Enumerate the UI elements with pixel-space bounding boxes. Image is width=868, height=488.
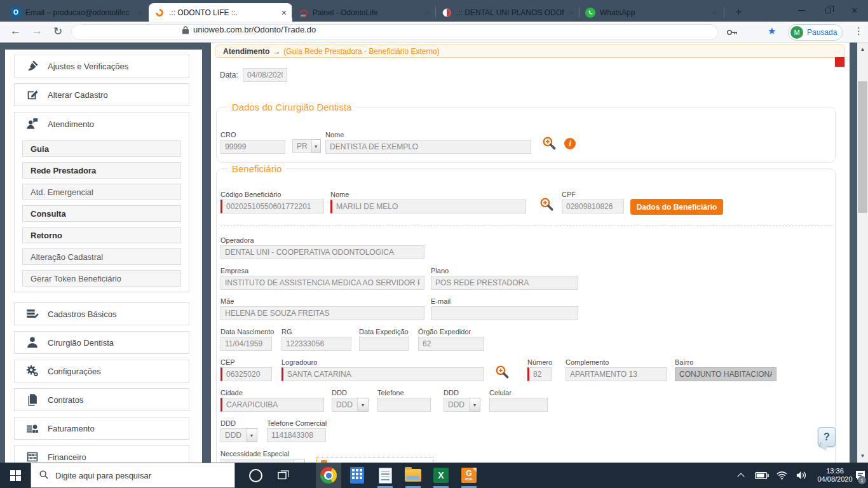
sidebar-item-financeiro[interactable]: Financeiro xyxy=(14,445,189,463)
profile-chip[interactable]: M Pausada xyxy=(788,24,843,41)
telefone-input[interactable] xyxy=(377,398,431,412)
tab-odontolife-active[interactable]: .:: ODONTO LIFE ::. × xyxy=(149,3,292,22)
chevron-down-icon[interactable]: ▼ xyxy=(247,428,257,442)
codigo-input[interactable] xyxy=(220,200,324,214)
numero-input[interactable] xyxy=(527,367,552,381)
nascimento-input[interactable] xyxy=(220,337,272,351)
reload-icon[interactable]: ↻ xyxy=(53,25,62,38)
search-zoom-icon[interactable] xyxy=(541,135,557,151)
scrollbar-thumb[interactable] xyxy=(858,81,867,213)
window-restore-button[interactable] xyxy=(815,0,841,21)
bairro-input[interactable] xyxy=(675,367,776,381)
chrome-menu-icon[interactable]: ⋮ xyxy=(854,25,864,37)
tab-close-icon[interactable]: × xyxy=(712,8,717,17)
cortana-button[interactable] xyxy=(243,463,268,488)
necessidade-focused-option[interactable] xyxy=(316,457,433,463)
bookmark-star-icon[interactable]: ★ xyxy=(768,25,776,37)
tray-expand-button[interactable] xyxy=(732,463,750,488)
beneficiary-name-input[interactable] xyxy=(330,200,526,214)
search-zoom-icon[interactable] xyxy=(494,364,510,380)
taskbar-search[interactable]: Digite aqui para pesquisar xyxy=(31,463,235,488)
tab-email[interactable]: O Email – producao@odontolifec × xyxy=(5,3,149,22)
plano-input[interactable] xyxy=(431,276,578,290)
back-icon[interactable]: ← xyxy=(10,25,21,37)
ddd-select[interactable]: DDD▼ xyxy=(444,398,480,412)
help-button[interactable]: ? xyxy=(818,427,836,447)
sidebar-item-retorno[interactable]: Retorno xyxy=(22,227,181,243)
new-tab-button[interactable]: + xyxy=(729,3,747,21)
tab-close-icon[interactable]: × xyxy=(281,8,287,17)
dados-beneficiario-button[interactable]: Dados do Beneficiário xyxy=(630,199,723,215)
search-zoom-icon[interactable] xyxy=(539,196,555,212)
padlock-icon[interactable] xyxy=(182,25,189,37)
chevron-down-icon[interactable]: ▼ xyxy=(358,398,369,412)
logradouro-input[interactable] xyxy=(281,367,484,381)
taskbar-explorer[interactable] xyxy=(400,463,426,488)
uf-select[interactable]: PR▼ xyxy=(292,139,321,153)
celular-input[interactable] xyxy=(489,398,548,412)
cpf-input[interactable] xyxy=(562,200,624,214)
sidebar-item-guia[interactable]: Guia xyxy=(22,140,181,157)
sidebar-item-faturamento[interactable]: Faturamento xyxy=(14,417,189,440)
sidebar-item-alterar-cadastro[interactable]: Alterar Cadastro xyxy=(14,83,189,106)
vertical-scrollbar[interactable]: ▲ ▼ xyxy=(857,43,868,463)
cep-field: CEP xyxy=(220,358,272,381)
window-minimize-button[interactable] xyxy=(788,0,815,21)
tab-close-icon[interactable]: × xyxy=(138,8,143,17)
taskbar-chrome[interactable] xyxy=(316,463,341,488)
scroll-up-icon[interactable]: ▲ xyxy=(857,44,868,55)
email-input[interactable] xyxy=(431,306,578,320)
battery-status[interactable] xyxy=(752,463,771,488)
orgao-input[interactable] xyxy=(418,337,484,351)
taskbar-excel[interactable]: X xyxy=(428,463,454,488)
sidebar-item-atendimento[interactable]: Atendimento xyxy=(15,112,189,135)
sidebar-item-cirurgiao-dentista[interactable]: Cirurgião Dentista xyxy=(14,331,189,354)
scroll-down-icon[interactable]: ▼ xyxy=(857,451,868,461)
telefone-comercial-input[interactable] xyxy=(267,428,326,442)
info-icon[interactable]: i xyxy=(564,138,576,149)
tab-whatsapp[interactable]: WhatsApp × xyxy=(580,3,723,22)
sidebar-item-atd-emergencial[interactable]: Atd. Emergencial xyxy=(22,184,181,200)
sidebar-item-gerar-token[interactable]: Gerar Token Beneficiário xyxy=(22,270,181,287)
ddd-select[interactable]: DDD▼ xyxy=(332,398,369,412)
sidebar-item-contratos[interactable]: Contratos xyxy=(14,388,189,411)
wifi-status[interactable] xyxy=(773,463,790,488)
sidebar-item-ajustes[interactable]: Ajustes e Verificações xyxy=(14,55,189,78)
ddd-select[interactable]: DDD▼ xyxy=(220,428,257,442)
action-center-button[interactable] xyxy=(853,463,868,488)
tab-dentaluni[interactable]: .:: DENTAL UNI PLANOS ODON × xyxy=(436,3,580,22)
cep-input[interactable] xyxy=(220,367,272,381)
sidebar-item-cadastros-basicos[interactable]: Cadastros Básicos xyxy=(14,302,189,325)
tab-close-icon[interactable]: × xyxy=(569,8,574,17)
chevron-down-icon[interactable]: ▼ xyxy=(470,398,480,412)
chevron-down-icon[interactable]: ▼ xyxy=(312,139,321,153)
date-input[interactable] xyxy=(243,68,287,82)
taskbar-pdf-app[interactable]: GPDF xyxy=(456,463,482,488)
sidebar-item-consulta[interactable]: Consulta xyxy=(22,205,181,222)
taskbar-notepad[interactable] xyxy=(372,463,398,488)
address-bar[interactable] xyxy=(71,24,718,40)
forward-icon[interactable]: → xyxy=(32,25,43,37)
sidebar-item-alteracao-cadastral[interactable]: Alteração Cadastral xyxy=(22,248,181,265)
rg-input[interactable] xyxy=(281,337,351,351)
start-button[interactable] xyxy=(0,463,31,488)
sidebar-item-configuracoes[interactable]: Configurações xyxy=(14,360,189,383)
volume-status[interactable] xyxy=(792,463,811,488)
taskbar-clock[interactable]: 13:36 04/08/2020 xyxy=(815,463,855,488)
password-key-icon[interactable] xyxy=(726,26,738,41)
mae-input[interactable] xyxy=(220,306,424,320)
tab-painel[interactable]: Painel - OdontoLife × xyxy=(292,3,436,22)
tab-close-icon[interactable]: × xyxy=(425,8,430,17)
task-view-button[interactable] xyxy=(271,463,296,488)
window-close-button[interactable]: × xyxy=(841,0,868,21)
expedicao-input[interactable] xyxy=(359,337,409,351)
cro-input[interactable] xyxy=(220,140,285,154)
cidade-input[interactable] xyxy=(220,398,324,412)
taskbar-calculator[interactable] xyxy=(344,463,370,488)
dentist-name-input[interactable] xyxy=(325,140,531,154)
mae-label: Mãe xyxy=(220,297,424,305)
complemento-input[interactable] xyxy=(566,367,667,381)
operadora-input[interactable] xyxy=(220,245,424,259)
sidebar-item-rede-prestadora[interactable]: Rede Prestadora xyxy=(22,162,181,179)
empresa-input[interactable] xyxy=(220,276,424,290)
